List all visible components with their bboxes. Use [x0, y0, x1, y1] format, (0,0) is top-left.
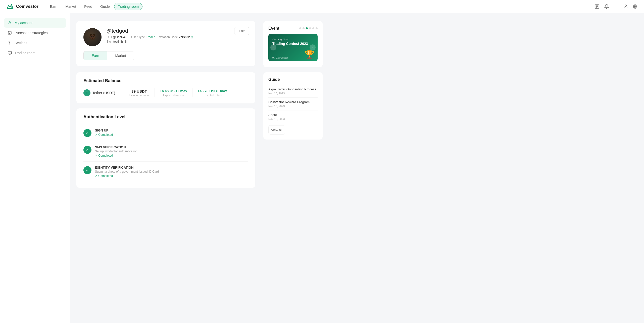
divider-icon: | — [613, 4, 619, 9]
auth-item-identity: ✓ IDENTITY VERIFICATION Submit a photo o… — [83, 162, 248, 182]
balance-divider-2 — [155, 88, 155, 97]
profile-invitation-code: Invitation Code ZNS522 ⎘ — [158, 35, 193, 39]
auth-text-identity: IDENTITY VERIFICATION Submit a photo of … — [95, 166, 159, 178]
svg-marker-24 — [272, 57, 274, 59]
sidebar-label-my-account: My account — [15, 21, 33, 25]
tab-market[interactable]: Market — [107, 51, 134, 60]
profile-info: @tedgod UID @User-495 User Type Trader I… — [107, 28, 248, 43]
nav-feed[interactable]: Feed — [81, 3, 96, 10]
svg-point-13 — [9, 42, 10, 43]
profile-uid: UID @User-495 — [107, 35, 128, 39]
balance-amount: 39 USDT Invested Amount — [129, 89, 150, 97]
guide-item-0: Algo-Trader Onboarding Process Nov 10, 2… — [268, 85, 318, 98]
account-icon — [8, 21, 12, 25]
avatar — [83, 28, 102, 46]
svg-point-6 — [625, 5, 627, 7]
event-title: Event — [268, 26, 279, 31]
sidebar-label-trading-room: Trading room — [15, 51, 35, 55]
balance-currency: T Tether (USDT) — [83, 89, 119, 96]
trophy-icon: 🏆 — [305, 50, 315, 59]
dot-4 — [309, 27, 311, 29]
profile-user-type: User Type Trader — [131, 35, 155, 39]
sidebar-item-purchased-strategies[interactable]: Purchased strategies — [4, 28, 66, 38]
balance-row: T Tether (USDT) 39 USDT Invested Amount … — [83, 88, 248, 97]
nav-trading-room[interactable]: Trading room — [114, 3, 142, 10]
balance-divider-3 — [192, 88, 192, 97]
coinvestor-watermark: Coinvestor — [271, 56, 288, 59]
svg-point-21 — [91, 36, 92, 37]
dot-5 — [312, 27, 314, 29]
balance-title: Estimated Balance — [83, 78, 248, 83]
nav-market[interactable]: Market — [62, 3, 80, 10]
banner-prev-button[interactable]: ‹ — [270, 44, 276, 50]
balance-earn: +6.46 USDT max Expected to earn — [160, 89, 187, 97]
header: Coinvestor Earn Market Feed Guide Tradin… — [0, 0, 644, 13]
bell-icon[interactable] — [604, 4, 609, 9]
auth-check-sms: ✓ — [83, 146, 91, 154]
strategies-icon — [8, 31, 12, 35]
dot-1 — [299, 27, 301, 29]
profile-username: @tedgod — [107, 28, 248, 34]
edit-button[interactable]: Edit — [234, 27, 249, 35]
avatar-dog-icon — [87, 32, 97, 42]
sidebar-label-purchased-strategies: Purchased strategies — [15, 31, 48, 35]
auth-card: Authentication Level ✓ SIGN UP ✓ Complet… — [76, 108, 255, 188]
balance-card: Estimated Balance T Tether (USDT) 39 USD… — [76, 72, 255, 103]
trading-icon — [8, 51, 12, 55]
auth-check-signup: ✓ — [83, 129, 91, 137]
sidebar: My account Purchased strategies Settings… — [0, 13, 70, 323]
sidebar-label-settings: Settings — [15, 41, 27, 45]
header-nav: Earn Market Feed Guide Trading room — [46, 3, 594, 10]
auth-check-identity: ✓ — [83, 166, 91, 174]
tab-earn[interactable]: Earn — [84, 51, 107, 60]
banner-next-button[interactable]: › — [310, 44, 316, 50]
profile-bio-row: Bio testihihihihi — [107, 40, 248, 43]
tabs: Earn Market — [83, 51, 134, 60]
main-content: @tedgod UID @User-495 User Type Trader I… — [70, 13, 261, 323]
sidebar-item-trading-room[interactable]: Trading room — [4, 48, 66, 58]
dot-2 — [303, 27, 305, 29]
copy-icon[interactable]: ⎘ — [191, 35, 193, 39]
logo[interactable]: Coinvestor — [6, 4, 38, 10]
auth-item-signup: ✓ SIGN UP ✓ Completed — [83, 124, 248, 141]
profile-meta: UID @User-495 User Type Trader Invitatio… — [107, 35, 248, 39]
auth-item-sms: ✓ SMS VERIFICATION Set up two-factor aut… — [83, 141, 248, 162]
guide-item-2: About Nov 10, 2023 — [268, 110, 318, 123]
dot-3 — [306, 27, 308, 29]
settings-icon — [8, 41, 12, 45]
svg-point-8 — [9, 22, 10, 23]
svg-point-20 — [90, 35, 95, 39]
logo-icon — [6, 4, 14, 10]
event-dots — [299, 27, 318, 29]
guide-title: Guide — [268, 77, 280, 82]
svg-rect-14 — [8, 51, 11, 54]
auth-text-sms: SMS VERIFICATION Set up two-factor authe… — [95, 145, 137, 157]
sidebar-item-my-account[interactable]: My account — [4, 18, 66, 28]
event-banner: ‹ Coming Soon Trading Contest 2023 Coinv… — [268, 34, 318, 61]
event-section: Event ‹ Coming Soon Trading Contest 2023… — [263, 21, 323, 67]
logo-text: Coinvestor — [16, 4, 38, 9]
dot-6 — [316, 27, 318, 29]
svg-point-22 — [93, 36, 94, 37]
sidebar-item-settings[interactable]: Settings — [4, 38, 66, 48]
view-all-button[interactable]: View all — [268, 125, 285, 135]
page-layout: My account Purchased strategies Settings… — [0, 13, 644, 323]
guide-section: Guide Algo-Trader Onboarding Process Nov… — [263, 72, 323, 140]
guide-item-1: Coinvestor Reward Program Nov 10, 2023 — [268, 98, 318, 110]
notes-icon[interactable] — [594, 4, 600, 9]
nav-guide[interactable]: Guide — [97, 3, 113, 10]
profile-card: @tedgod UID @User-495 User Type Trader I… — [76, 21, 255, 66]
auth-title: Authentication Level — [83, 114, 248, 119]
header-actions: | — [594, 4, 638, 9]
auth-text-signup: SIGN UP ✓ Completed — [95, 128, 113, 137]
user-icon[interactable] — [623, 4, 628, 9]
globe-icon[interactable] — [632, 4, 638, 9]
right-panel: Event ‹ Coming Soon Trading Contest 2023… — [261, 13, 327, 323]
tether-icon: T — [83, 89, 90, 96]
balance-return: +45.76 USDT max Expected return — [197, 89, 227, 97]
balance-divider — [124, 88, 124, 97]
svg-point-23 — [92, 38, 93, 39]
nav-earn[interactable]: Earn — [46, 3, 61, 10]
